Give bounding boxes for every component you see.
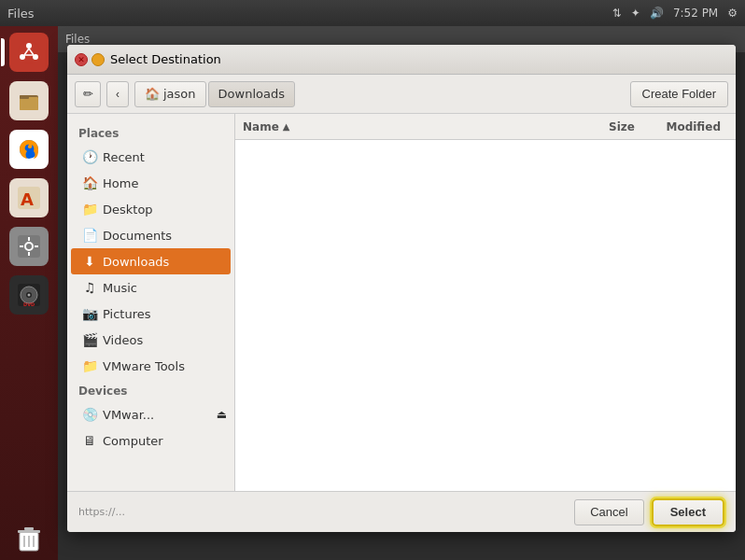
minimize-button[interactable] bbox=[91, 53, 105, 66]
topbar-time: 7:52 PM bbox=[673, 7, 718, 20]
dialog-title: Select Destination bbox=[110, 52, 221, 66]
vmware-tools-icon: 📁 bbox=[82, 358, 97, 373]
breadcrumb-jason-label: jason bbox=[163, 87, 196, 101]
launcher-item-trash[interactable] bbox=[7, 515, 51, 560]
select-button[interactable]: Select bbox=[652, 498, 724, 526]
main-layout: A bbox=[0, 26, 745, 560]
places-section-title: Places bbox=[67, 121, 234, 144]
launcher-item-files[interactable] bbox=[7, 78, 51, 123]
devices-section-title: Devices bbox=[67, 379, 234, 401]
font-icon: A bbox=[9, 178, 49, 217]
places-item-vmware-tools-label: VMware Tools bbox=[103, 359, 185, 373]
svg-point-1 bbox=[26, 43, 32, 49]
cancel-button[interactable]: Cancel bbox=[574, 499, 643, 525]
launcher-item-firefox[interactable] bbox=[7, 127, 51, 172]
svg-text:DVD: DVD bbox=[23, 301, 35, 307]
launcher: A bbox=[0, 26, 58, 560]
places-item-downloads-label: Downloads bbox=[103, 255, 169, 269]
places-item-computer-label: Computer bbox=[103, 434, 163, 448]
launcher-item-dvd[interactable]: DVD bbox=[7, 273, 51, 317]
places-item-documents[interactable]: 📄 Documents bbox=[67, 222, 234, 248]
videos-icon: 🎬 bbox=[82, 332, 97, 347]
dialog-area: Files ✕ Select Destination ✏ ‹ 🏠 jason bbox=[58, 26, 745, 560]
sort-icon: ⇅ bbox=[612, 7, 622, 20]
settings-icon[interactable]: ⚙ bbox=[727, 7, 738, 20]
places-item-home-label: Home bbox=[103, 176, 138, 190]
places-item-downloads[interactable]: ⬇ Downloads bbox=[71, 248, 231, 274]
recent-icon: 🕐 bbox=[82, 149, 97, 164]
svg-rect-25 bbox=[18, 530, 40, 533]
file-list bbox=[235, 140, 736, 491]
breadcrumb-jason[interactable]: 🏠 jason bbox=[134, 81, 206, 107]
topbar-title: Files bbox=[7, 7, 35, 21]
window-controls: ✕ bbox=[75, 53, 105, 66]
column-size[interactable]: Size bbox=[579, 120, 635, 133]
places-item-pictures[interactable]: 📷 Pictures bbox=[67, 301, 234, 327]
vmware-device-icon: 💿 bbox=[82, 407, 97, 422]
places-item-recent-label: Recent bbox=[103, 150, 145, 164]
close-button[interactable]: ✕ bbox=[75, 53, 88, 66]
places-item-videos-label: Videos bbox=[103, 333, 143, 347]
svg-point-22 bbox=[28, 294, 31, 297]
launcher-item-font[interactable]: A bbox=[7, 175, 51, 220]
topbar: Files ⇅ ✦ 🔊 7:52 PM ⚙ bbox=[0, 0, 745, 26]
places-item-music[interactable]: ♫ Music bbox=[67, 274, 234, 301]
footer-url: https://... bbox=[78, 506, 567, 518]
dvd-icon: DVD bbox=[9, 275, 49, 315]
documents-icon: 📄 bbox=[82, 228, 97, 243]
pictures-icon: 📷 bbox=[82, 306, 97, 321]
places-item-pictures-label: Pictures bbox=[103, 307, 150, 321]
places-item-documents-label: Documents bbox=[103, 229, 172, 243]
settings-icon bbox=[9, 227, 49, 266]
places-item-computer[interactable]: 🖥 Computer bbox=[67, 427, 234, 454]
places-item-vmware-device[interactable]: 💿 VMwar... ⏏ bbox=[67, 401, 234, 427]
column-modified[interactable]: Modified bbox=[635, 120, 728, 133]
create-folder-button[interactable]: Create Folder bbox=[630, 81, 728, 107]
places-item-recent[interactable]: 🕐 Recent bbox=[67, 144, 234, 170]
dialog-toolbar: ✏ ‹ 🏠 jason Downloads Create Folder bbox=[67, 75, 736, 114]
svg-text:A: A bbox=[21, 189, 34, 209]
places-item-vmware-device-label: VMwar... bbox=[103, 408, 154, 422]
svg-rect-9 bbox=[20, 95, 29, 99]
file-area: Name ▲ Size Modified bbox=[235, 114, 736, 491]
launcher-item-ubuntu[interactable] bbox=[7, 30, 51, 75]
sort-arrow-icon: ▲ bbox=[283, 121, 290, 132]
breadcrumb-downloads-label: Downloads bbox=[218, 87, 285, 101]
back-button[interactable]: ‹ bbox=[106, 81, 129, 107]
launcher-item-settings[interactable] bbox=[7, 224, 51, 269]
bluetooth-icon: ✦ bbox=[631, 7, 640, 20]
file-header: Name ▲ Size Modified bbox=[235, 114, 736, 140]
svg-rect-8 bbox=[20, 97, 38, 110]
column-name-label: Name bbox=[243, 120, 279, 133]
ubuntu-icon bbox=[9, 33, 49, 72]
breadcrumb-downloads[interactable]: Downloads bbox=[208, 81, 295, 107]
dialog-body: Places 🕐 Recent 🏠 Home 📁 Desktop 📄 bbox=[67, 114, 736, 491]
pencil-button[interactable]: ✏ bbox=[75, 81, 101, 107]
computer-icon: 🖥 bbox=[82, 433, 97, 448]
places-item-desktop-label: Desktop bbox=[103, 203, 153, 217]
svg-rect-26 bbox=[24, 527, 34, 530]
breadcrumb: 🏠 jason Downloads bbox=[134, 81, 295, 107]
volume-icon: 🔊 bbox=[650, 7, 664, 20]
music-icon: ♫ bbox=[82, 280, 97, 295]
dialog-footer: https://... Cancel Select bbox=[67, 491, 736, 532]
places-item-home[interactable]: 🏠 Home bbox=[67, 170, 234, 196]
places-item-desktop[interactable]: 📁 Desktop bbox=[67, 196, 234, 222]
firefox-icon bbox=[9, 130, 49, 169]
files-icon bbox=[9, 81, 49, 120]
trash-icon bbox=[9, 518, 49, 557]
column-name[interactable]: Name ▲ bbox=[243, 120, 579, 133]
downloads-icon: ⬇ bbox=[82, 254, 97, 269]
home-icon: 🏠 bbox=[82, 175, 97, 190]
dialog-titlebar: ✕ Select Destination bbox=[67, 45, 736, 75]
places-item-music-label: Music bbox=[103, 281, 137, 295]
eject-icon[interactable]: ⏏ bbox=[217, 408, 227, 421]
select-destination-dialog: ✕ Select Destination ✏ ‹ 🏠 jason Downloa… bbox=[67, 45, 736, 532]
places-sidebar: Places 🕐 Recent 🏠 Home 📁 Desktop 📄 bbox=[67, 114, 235, 491]
places-item-vmware-tools[interactable]: 📁 VMware Tools bbox=[67, 353, 234, 379]
home-icon: 🏠 bbox=[145, 87, 160, 101]
desktop-icon: 📁 bbox=[82, 202, 97, 217]
places-item-videos[interactable]: 🎬 Videos bbox=[67, 327, 234, 353]
